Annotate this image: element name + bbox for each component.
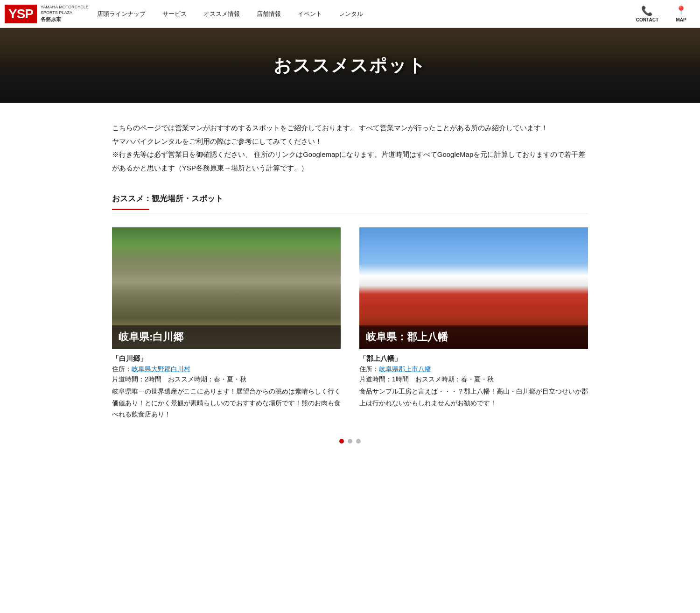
gujo-address: 住所：岐阜県郡上市八幡 xyxy=(359,365,588,373)
address-label-1: 住所： xyxy=(112,365,132,373)
site-header: YSP YAMAHA MOTORCYCLESPORTS PLAZA 各務原東 店… xyxy=(0,0,700,28)
card-shirakawa: 岐阜県:白川郷 「白川郷」 住所：岐阜県大野郡白川村 片道時間：2時間 おススメ… xyxy=(112,227,341,420)
page-dot-3[interactable] xyxy=(356,439,361,444)
map-icon: 📍 xyxy=(675,5,687,16)
contact-button[interactable]: 📞 CONTACT xyxy=(628,0,667,28)
gujo-image-label: 岐阜県：郡上八幡 xyxy=(359,325,588,349)
pagination xyxy=(112,439,588,444)
gujo-desc: 食品サンプル工房と言えば・・・？郡上八幡！高山・白川郷が目立つせいか郡上は行かれ… xyxy=(359,386,588,409)
card-image-shirakawa: 岐阜県:白川郷 xyxy=(112,227,341,349)
address-label-2: 住所： xyxy=(359,365,379,373)
hero-title: おススメスポット xyxy=(273,54,427,78)
nav-store[interactable]: 店舗情報 xyxy=(248,0,289,28)
contact-label: CONTACT xyxy=(636,17,658,22)
section-title: おススメ：観光場所・スポット xyxy=(112,193,588,209)
nav-lineup[interactable]: 店頭ラインナップ xyxy=(89,0,154,28)
full-divider xyxy=(112,213,588,213)
hero-section: おススメスポット xyxy=(0,28,700,103)
logo-text-block: YAMAHA MOTORCYCLESPORTS PLAZA 各務原東 xyxy=(41,5,89,22)
logo-area: YSP YAMAHA MOTORCYCLESPORTS PLAZA 各務原東 xyxy=(5,5,89,23)
main-nav: 店頭ラインナップ サービス オススメ情報 店舗情報 イベント レンタル xyxy=(89,0,628,28)
logo-ysp: YSP xyxy=(5,5,37,23)
section-header: おススメ：観光場所・スポット xyxy=(112,193,588,213)
shirakawa-time: 片道時間：2時間 おススメ時期：春・夏・秋 xyxy=(112,375,341,384)
main-content: こちらのページでは営業マンがおすすめするスポットをご紹介しております。 すべて営… xyxy=(93,103,607,472)
intro-paragraph: こちらのページでは営業マンがおすすめするスポットをご紹介しております。 すべて営… xyxy=(112,121,588,175)
shirakawa-address-link[interactable]: 岐阜県大野郡白川村 xyxy=(132,365,190,373)
phone-icon: 📞 xyxy=(641,5,653,16)
logo-text-branch: 各務原東 xyxy=(41,16,89,23)
shirakawa-image-label: 岐阜県:白川郷 xyxy=(112,325,341,349)
nav-rental[interactable]: レンタル xyxy=(330,0,371,28)
shirakawa-desc: 岐阜県唯一の世界遺産がここにあります！展望台からの眺めは素晴らしく行く価値あり！… xyxy=(112,386,341,420)
logo-text-top: YAMAHA MOTORCYCLESPORTS PLAZA xyxy=(41,5,89,15)
map-button[interactable]: 📍 MAP xyxy=(667,0,695,28)
gujo-name: 「郡上八幡」 xyxy=(359,354,588,363)
gujo-address-link[interactable]: 岐阜県郡上市八幡 xyxy=(379,365,431,373)
page-dot-2[interactable] xyxy=(348,439,352,444)
header-right: 📞 CONTACT 📍 MAP xyxy=(628,0,695,28)
card-gujo: 岐阜県：郡上八幡 「郡上八幡」 住所：岐阜県郡上市八幡 片道時間：1時間 おスス… xyxy=(359,227,588,420)
red-divider xyxy=(112,209,149,210)
nav-recommend[interactable]: オススメ情報 xyxy=(195,0,248,28)
card-image-gujo: 岐阜県：郡上八幡 xyxy=(359,227,588,349)
map-label: MAP xyxy=(676,17,686,22)
nav-event[interactable]: イベント xyxy=(289,0,330,28)
page-dot-1[interactable] xyxy=(339,439,344,444)
shirakawa-address: 住所：岐阜県大野郡白川村 xyxy=(112,365,341,373)
gujo-time: 片道時間：1時間 おススメ時期：春・夏・秋 xyxy=(359,375,588,384)
cards-grid: 岐阜県:白川郷 「白川郷」 住所：岐阜県大野郡白川村 片道時間：2時間 おススメ… xyxy=(112,227,588,420)
shirakawa-name: 「白川郷」 xyxy=(112,354,341,363)
nav-service[interactable]: サービス xyxy=(154,0,195,28)
